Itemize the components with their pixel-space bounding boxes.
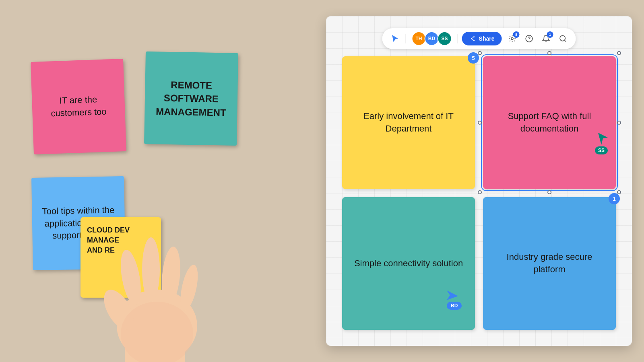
svg-marker-19 <box>447 290 458 300</box>
share-button[interactable]: Share <box>462 32 502 45</box>
handle-mr[interactable] <box>617 121 621 125</box>
svg-point-3 <box>142 237 160 302</box>
note-industry-text: Industry grade secure platform <box>493 251 606 276</box>
svg-line-11 <box>472 37 474 39</box>
handle-ml[interactable] <box>478 121 482 125</box>
settings-badge: 8 <box>513 31 519 38</box>
share-label: Share <box>479 35 495 42</box>
toolbar-divider-1 <box>406 34 406 43</box>
handle-tl[interactable] <box>478 51 482 55</box>
toolbar-divider-2 <box>458 34 458 43</box>
handle-tr[interactable] <box>617 51 621 55</box>
cursor-bd-arrow <box>447 290 458 300</box>
cursor-tool-icon[interactable] <box>389 32 402 45</box>
cursor-ss: SS <box>595 133 608 154</box>
help-icon[interactable] <box>522 32 535 45</box>
physical-note-remote-text: RemoteSoftwareManagement <box>156 78 227 119</box>
hand-svg <box>72 193 233 362</box>
physical-note-remote: RemoteSoftwareManagement <box>144 51 238 146</box>
note-connectivity-text: Simple connectivity solution <box>354 257 463 270</box>
cursor-bd: BD <box>447 290 462 310</box>
avatar-ss: SS <box>438 31 452 46</box>
note-industry-badge: 1 <box>609 193 620 204</box>
whiteboard-panel: TH BD SS Share 8 <box>326 16 632 346</box>
svg-line-17 <box>564 40 566 42</box>
note-industry[interactable]: 1 Industry grade secure platform <box>483 197 616 330</box>
note-support-faq[interactable]: Support FAQ with full documentation <box>483 56 616 189</box>
notification-icon[interactable]: 1 <box>539 32 552 45</box>
note-early-it[interactable]: 5 Early involvement of IT Department <box>342 56 475 189</box>
notification-badge: 1 <box>547 31 553 38</box>
settings-icon[interactable]: 8 <box>506 32 518 45</box>
note-connectivity[interactable]: Simple connectivity solution <box>342 197 475 330</box>
note-early-it-badge: 5 <box>468 52 479 64</box>
handle-bm[interactable] <box>547 190 551 194</box>
physical-note-it-text: IT are the customers too <box>40 93 117 120</box>
handle-tm[interactable] <box>547 51 551 55</box>
handle-br[interactable] <box>617 190 621 194</box>
svg-marker-18 <box>598 133 608 145</box>
cursor-bd-label: BD <box>447 302 462 310</box>
physical-note-it: IT are the customers too <box>31 59 126 154</box>
avatar-group: TH BD SS <box>412 31 452 46</box>
toolbar: TH BD SS Share 8 <box>382 28 576 49</box>
hand-overlay <box>72 193 233 362</box>
svg-point-16 <box>560 36 565 41</box>
note-support-faq-text: Support FAQ with full documentation <box>493 110 606 135</box>
avatar-bd: BD <box>425 31 439 46</box>
cursor-ss-label: SS <box>595 146 608 154</box>
avatar-th: TH <box>412 31 426 46</box>
note-early-it-text: Early involvement of IT Department <box>352 110 465 135</box>
svg-line-12 <box>472 39 474 41</box>
notes-grid: 5 Early involvement of IT Department Sup… <box>342 56 616 330</box>
handle-bl[interactable] <box>478 190 482 194</box>
search-icon[interactable] <box>556 32 569 45</box>
cursor-ss-arrow <box>598 133 608 145</box>
svg-point-13 <box>511 38 513 40</box>
